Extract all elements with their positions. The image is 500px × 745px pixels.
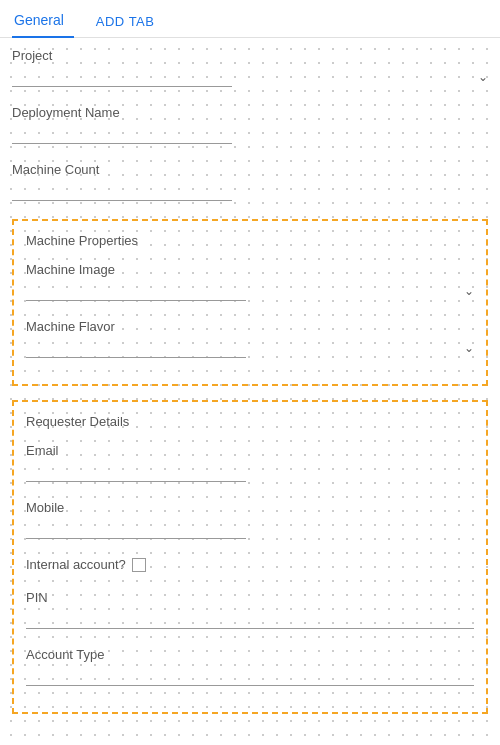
machine-count-field: Machine Count [12, 162, 488, 201]
account-type-input[interactable] [26, 666, 474, 686]
email-input-row [26, 462, 474, 482]
internal-account-checkbox[interactable] [132, 558, 146, 572]
machine-image-input[interactable] [26, 281, 246, 301]
tab-bar: General ADD TAB [0, 0, 500, 38]
mobile-input[interactable] [26, 519, 246, 539]
project-chevron-icon[interactable]: ⌄ [478, 70, 488, 84]
mobile-label: Mobile [26, 500, 474, 515]
deployment-name-label: Deployment Name [12, 105, 488, 120]
deployment-name-input-row [12, 124, 488, 144]
pin-input[interactable] [26, 609, 474, 629]
internal-account-label: Internal account? [26, 557, 126, 572]
pin-field: PIN [26, 590, 474, 629]
email-input[interactable] [26, 462, 246, 482]
machine-image-input-row: ⌄ [26, 281, 474, 301]
deployment-name-input[interactable] [12, 124, 232, 144]
machine-properties-group: Machine Properties Machine Image ⌄ Machi… [12, 219, 488, 386]
machine-count-input-row [12, 181, 488, 201]
internal-account-wrapper: Internal account? [26, 557, 474, 572]
project-label: Project [12, 48, 488, 63]
machine-flavor-label: Machine Flavor [26, 319, 474, 334]
deployment-name-field: Deployment Name [12, 105, 488, 144]
project-input[interactable] [12, 67, 232, 87]
project-input-row: ⌄ [12, 67, 488, 87]
project-field: Project ⌄ [12, 48, 488, 87]
tab-add[interactable]: ADD TAB [94, 2, 165, 37]
pin-label: PIN [26, 590, 474, 605]
machine-image-label: Machine Image [26, 262, 474, 277]
internal-account-field: Internal account? [26, 557, 474, 572]
account-type-input-row [26, 666, 474, 686]
machine-flavor-input[interactable] [26, 338, 246, 358]
requester-details-title: Requester Details [26, 414, 474, 429]
mobile-field: Mobile [26, 500, 474, 539]
email-field: Email [26, 443, 474, 482]
account-type-field: Account Type [26, 647, 474, 686]
account-type-label: Account Type [26, 647, 474, 662]
machine-image-chevron-icon[interactable]: ⌄ [464, 284, 474, 298]
machine-flavor-field: Machine Flavor ⌄ [26, 319, 474, 358]
machine-flavor-input-row: ⌄ [26, 338, 474, 358]
machine-count-label: Machine Count [12, 162, 488, 177]
email-label: Email [26, 443, 474, 458]
form-content: Project ⌄ Deployment Name Machine Count … [0, 38, 500, 745]
machine-count-input[interactable] [12, 181, 232, 201]
mobile-input-row [26, 519, 474, 539]
machine-image-field: Machine Image ⌄ [26, 262, 474, 301]
pin-input-row [26, 609, 474, 629]
machine-properties-title: Machine Properties [26, 233, 474, 248]
requester-details-group: Requester Details Email Mobile Internal … [12, 400, 488, 714]
machine-flavor-chevron-icon[interactable]: ⌄ [464, 341, 474, 355]
tab-general[interactable]: General [12, 0, 74, 38]
